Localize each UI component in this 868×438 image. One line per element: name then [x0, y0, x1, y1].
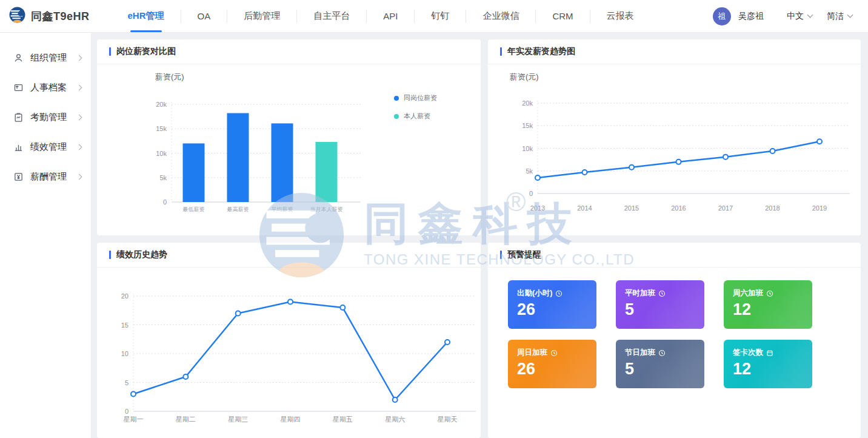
nav-tab-dingtalk[interactable]: 钉钉	[415, 0, 466, 32]
sidebar-item-org[interactable]: 组织管理	[0, 43, 91, 73]
legend-label: 同岗位薪资	[404, 93, 437, 103]
chevron-right-icon	[76, 85, 82, 91]
alert-card-label: 平时加班	[625, 288, 704, 298]
sidebar-item-attendance[interactable]: 考勤管理	[0, 103, 91, 132]
alert-card-2[interactable]: 平时加班5	[616, 280, 704, 329]
svg-text:星期四: 星期四	[281, 416, 301, 423]
alert-card-1[interactable]: 出勤(小时)26	[508, 280, 596, 329]
nav-tab-api[interactable]: API	[367, 0, 414, 32]
clock-icon	[550, 349, 558, 357]
panel-performance-history: 绩效历史趋势 05101520星期一星期二星期三星期四星期五星期六星期天	[97, 243, 481, 438]
panel-salary-compare: 岗位薪资对比图 薪资(元) 05k10k15k20k最低薪资最高薪资平均薪资当月…	[97, 39, 481, 235]
svg-text:2013: 2013	[530, 204, 545, 212]
panel-header: 岗位薪资对比图	[97, 39, 481, 64]
svg-text:最低薪资: 最低薪资	[182, 206, 205, 212]
svg-text:10k: 10k	[156, 150, 167, 157]
y-axis-title: 薪资(元)	[510, 72, 539, 83]
svg-text:5k: 5k	[526, 167, 533, 175]
y-axis-title: 薪资(元)	[155, 72, 184, 83]
sidebar-item-label: 人事档案	[30, 82, 77, 93]
chevron-down-icon	[847, 12, 853, 18]
svg-text:2019: 2019	[812, 204, 827, 212]
theme-dropdown[interactable]: 简洁	[827, 11, 852, 22]
svg-text:2014: 2014	[577, 204, 592, 212]
svg-text:最高薪资: 最高薪资	[227, 206, 249, 212]
svg-text:0: 0	[125, 408, 129, 415]
chart-legend: 同岗位薪资本人薪资	[394, 93, 437, 121]
svg-text:星期天: 星期天	[438, 416, 458, 423]
title-accent-bar	[500, 47, 502, 56]
alert-card-5[interactable]: 节日加班5	[616, 340, 704, 388]
panel-title: 绩效历史趋势	[116, 249, 167, 260]
alert-card-label: 周六加班	[733, 288, 812, 298]
svg-text:当月本人薪资: 当月本人薪资	[310, 206, 343, 212]
title-accent-bar	[109, 47, 111, 56]
alert-cards: 出勤(小时)26平时加班5周六加班12周日加班26节日加班5签卡次数12	[488, 268, 861, 388]
svg-text:15k: 15k	[156, 125, 167, 132]
alert-card-4[interactable]: 周日加班26	[508, 340, 596, 388]
svg-text:20k: 20k	[156, 101, 167, 108]
svg-text:2017: 2017	[718, 204, 733, 212]
sidebar-item-label: 绩效管理	[30, 141, 77, 153]
user-area: 祖 吴彦祖 中文 简洁	[713, 7, 852, 25]
nav-tab-ehr[interactable]: eHR管理	[112, 0, 181, 32]
id-card-icon	[13, 83, 24, 93]
person-icon	[13, 53, 24, 64]
svg-text:星期六: 星期六	[385, 416, 405, 423]
username[interactable]: 吴彦祖	[738, 11, 764, 22]
sidebar-item-salary[interactable]: 薪酬管理	[0, 162, 91, 192]
svg-text:20: 20	[121, 292, 129, 300]
alert-card-label: 出勤(小时)	[517, 288, 596, 298]
brand[interactable]: 同鑫T9eHR	[9, 7, 90, 25]
clock-icon	[658, 290, 666, 297]
panel-header: 绩效历史趋势	[97, 243, 481, 268]
svg-text:5: 5	[125, 379, 129, 386]
title-accent-bar	[500, 251, 502, 259]
svg-text:15k: 15k	[522, 122, 533, 129]
svg-text:星期二: 星期二	[176, 416, 196, 423]
svg-text:2016: 2016	[671, 204, 686, 212]
svg-text:5k: 5k	[159, 174, 167, 181]
alert-card-value: 5	[625, 361, 704, 377]
alert-card-value: 5	[625, 302, 704, 318]
panel-salary-trend: 年实发薪资趋势图 薪资(元) 05k10k15k20k2013201420152…	[488, 39, 861, 235]
svg-text:星期三: 星期三	[228, 416, 248, 423]
alert-card-value: 26	[517, 361, 596, 377]
panel-title: 年实发薪资趋势图	[507, 46, 575, 57]
language-dropdown[interactable]: 中文	[787, 11, 812, 22]
alert-card-value: 12	[733, 302, 812, 318]
nav-tab-wecom[interactable]: 企业微信	[466, 0, 535, 32]
avatar[interactable]: 祖	[713, 7, 731, 25]
title-accent-bar	[109, 251, 111, 259]
brand-name: 同鑫T9eHR	[31, 9, 90, 24]
nav-tab-logistics[interactable]: 后勤管理	[227, 0, 296, 32]
legend-item[interactable]: 同岗位薪资	[394, 93, 437, 103]
legend-item[interactable]: 本人薪资	[394, 112, 437, 121]
salary-trend-chart: 薪资(元) 05k10k15k20k2013201420152016201720…	[488, 64, 861, 235]
salary-icon	[13, 172, 24, 183]
chevron-down-icon	[807, 12, 813, 18]
chevron-right-icon	[76, 55, 82, 61]
clock-icon	[766, 290, 773, 297]
sidebar-item-performance[interactable]: 绩效管理	[0, 132, 91, 162]
clock-icon	[658, 349, 666, 357]
chevron-right-icon	[76, 174, 82, 180]
clipboard-icon	[13, 112, 24, 123]
svg-text:平均薪资: 平均薪资	[272, 206, 293, 212]
alert-card-6[interactable]: 签卡次数12	[724, 340, 812, 388]
sidebar-item-hr-files[interactable]: 人事档案	[0, 73, 91, 103]
nav-tab-oa[interactable]: OA	[181, 0, 227, 32]
bar-chart-icon	[13, 142, 24, 153]
nav-tab-cloud-report[interactable]: 云报表	[590, 0, 650, 32]
svg-text:0: 0	[529, 190, 533, 197]
sidebar-item-label: 考勤管理	[30, 112, 77, 123]
calendar-icon	[766, 349, 773, 357]
chevron-right-icon	[76, 115, 82, 121]
alert-card-3[interactable]: 周六加班12	[724, 280, 812, 329]
main-content: 岗位薪资对比图 薪资(元) 05k10k15k20k最低薪资最高薪资平均薪资当月…	[91, 33, 868, 438]
nav-tab-self-platform[interactable]: 自主平台	[297, 0, 366, 32]
legend-label: 本人薪资	[404, 112, 430, 121]
svg-text:0: 0	[163, 198, 167, 206]
nav-tab-crm[interactable]: CRM	[536, 0, 589, 32]
panel-title: 岗位薪资对比图	[116, 46, 176, 57]
